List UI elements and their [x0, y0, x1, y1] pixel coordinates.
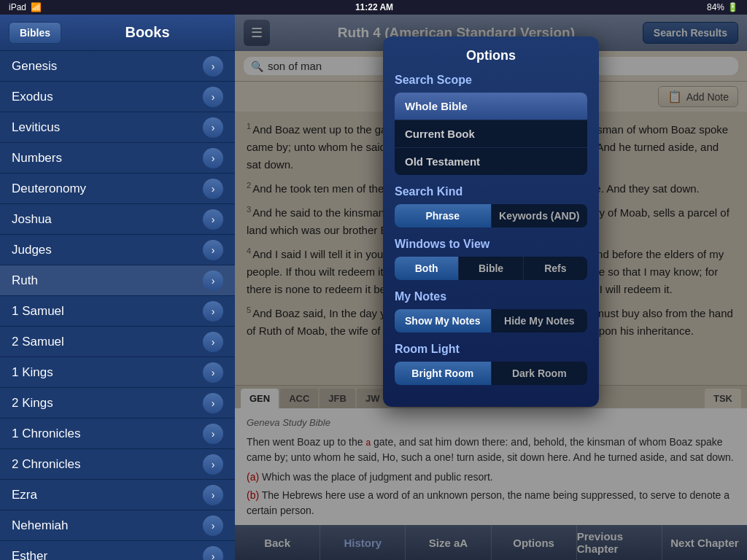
book-chevron: ›: [203, 56, 223, 77]
book-name: Ruth: [12, 273, 38, 288]
book-item-1-chronicles[interactable]: 1 Chronicles›: [0, 419, 235, 449]
book-item-numbers[interactable]: Numbers›: [0, 143, 235, 174]
status-bar: iPad 📶 11:22 AM 84% 🔋: [0, 0, 747, 15]
book-chevron: ›: [203, 148, 223, 168]
windows-to-view-group-bible[interactable]: Bible: [459, 257, 523, 280]
options-panel: Options Search Scope Whole BibleCurrent …: [383, 36, 599, 407]
book-item-2-kings[interactable]: 2 Kings›: [0, 388, 235, 419]
room-light-group: Bright RoomDark Room: [395, 362, 587, 385]
my-notes-group: Show My NotesHide My Notes: [395, 309, 587, 332]
book-chevron: ›: [203, 362, 223, 383]
search-kind-group: PhraseKeywords (AND): [395, 204, 587, 228]
scope-option-old-testament[interactable]: Old Testament: [395, 148, 587, 175]
scope-option-current-book[interactable]: Current Book: [395, 120, 587, 148]
book-item-2-samuel[interactable]: 2 Samuel›: [0, 327, 235, 357]
book-name: Exodus: [12, 90, 53, 104]
windows-to-view-group-both[interactable]: Both: [395, 257, 459, 280]
status-time: 11:22 AM: [355, 2, 393, 12]
book-item-deuteronomy[interactable]: Deuteronomy›: [0, 174, 235, 204]
books-list: Genesis›Exodus›Leviticus›Numbers›Deutero…: [0, 51, 235, 560]
options-overlay: Options Search Scope Whole BibleCurrent …: [235, 15, 747, 560]
right-area: ☰ Ruth 4 (American Standard Version) Sea…: [235, 15, 747, 560]
book-name: Deuteronomy: [12, 182, 86, 196]
room-light-label: Room Light: [395, 343, 587, 356]
book-name: 1 Chronicles: [12, 427, 81, 441]
room-light-group-dark-room[interactable]: Dark Room: [492, 362, 588, 385]
book-item-genesis[interactable]: Genesis›: [0, 51, 235, 82]
book-chevron: ›: [203, 516, 223, 536]
book-name: Esther: [12, 549, 47, 561]
status-left: iPad 📶: [9, 2, 42, 12]
search-kind-group-phrase[interactable]: Phrase: [395, 204, 492, 228]
book-chevron: ›: [203, 546, 223, 561]
book-chevron: ›: [203, 332, 223, 352]
options-title: Options: [395, 48, 587, 63]
left-header: Bibles Books: [0, 15, 235, 51]
book-chevron: ›: [203, 117, 223, 138]
book-name: Joshua: [12, 212, 52, 227]
book-item-1-kings[interactable]: 1 Kings›: [0, 357, 235, 388]
book-name: 1 Samuel: [12, 304, 64, 319]
book-chevron: ›: [203, 240, 223, 260]
book-chevron: ›: [203, 209, 223, 230]
my-notes-label: My Notes: [395, 290, 587, 303]
battery-label: 84%: [707, 2, 724, 12]
book-chevron: ›: [203, 393, 223, 413]
bibles-button[interactable]: Bibles: [9, 22, 61, 44]
book-name: Nehemiah: [12, 518, 69, 533]
search-kind-label: Search Kind: [395, 185, 587, 198]
book-name: 2 Chronicles: [12, 457, 81, 472]
left-panel: Bibles Books Genesis›Exodus›Leviticus›Nu…: [0, 15, 235, 560]
book-chevron: ›: [203, 87, 223, 107]
windows-to-view-group: BothBibleRefs: [395, 257, 587, 280]
book-name: Ezra: [12, 488, 37, 502]
book-name: 2 Kings: [12, 396, 53, 411]
windows-to-view-label: Windows to View: [395, 238, 587, 251]
book-chevron: ›: [203, 454, 223, 475]
book-name: Judges: [12, 243, 52, 257]
book-name: 1 Kings: [12, 365, 53, 380]
book-chevron: ›: [203, 485, 223, 505]
book-chevron: ›: [203, 424, 223, 444]
book-item-ezra[interactable]: Ezra›: [0, 480, 235, 510]
book-item-nehemiah[interactable]: Nehemiah›: [0, 510, 235, 541]
wifi-icon: 📶: [31, 2, 42, 12]
book-name: Genesis: [12, 59, 57, 74]
book-item-judges[interactable]: Judges›: [0, 235, 235, 265]
book-item-ruth[interactable]: Ruth›: [0, 265, 235, 296]
book-chevron: ›: [203, 301, 223, 322]
book-name: 2 Samuel: [12, 335, 64, 349]
book-name: Numbers: [12, 151, 62, 166]
book-item-exodus[interactable]: Exodus›: [0, 82, 235, 112]
search-scope-label: Search Scope: [395, 74, 587, 87]
status-right: 84% 🔋: [707, 2, 738, 12]
battery-icon: 🔋: [727, 2, 738, 12]
windows-to-view-group-refs[interactable]: Refs: [524, 257, 587, 280]
book-item-1-samuel[interactable]: 1 Samuel›: [0, 296, 235, 327]
room-light-group-bright-room[interactable]: Bright Room: [395, 362, 492, 385]
book-item-esther[interactable]: Esther›: [0, 541, 235, 560]
book-item-joshua[interactable]: Joshua›: [0, 204, 235, 235]
scope-picker: Whole BibleCurrent BookOld Testament: [395, 93, 587, 175]
search-kind-group-keywords-(and)[interactable]: Keywords (AND): [492, 204, 588, 228]
device-label: iPad: [9, 2, 26, 12]
main-layout: Bibles Books Genesis›Exodus›Leviticus›Nu…: [0, 15, 747, 560]
books-title: Books: [69, 24, 226, 41]
book-item-2-chronicles[interactable]: 2 Chronicles›: [0, 449, 235, 480]
book-name: Leviticus: [12, 120, 60, 135]
book-chevron: ›: [203, 179, 223, 199]
my-notes-group-hide-my-notes[interactable]: Hide My Notes: [492, 309, 588, 332]
my-notes-group-show-my-notes[interactable]: Show My Notes: [395, 309, 492, 332]
scope-option-whole-bible[interactable]: Whole Bible: [395, 93, 587, 120]
book-chevron: ›: [203, 271, 223, 291]
book-item-leviticus[interactable]: Leviticus›: [0, 112, 235, 143]
